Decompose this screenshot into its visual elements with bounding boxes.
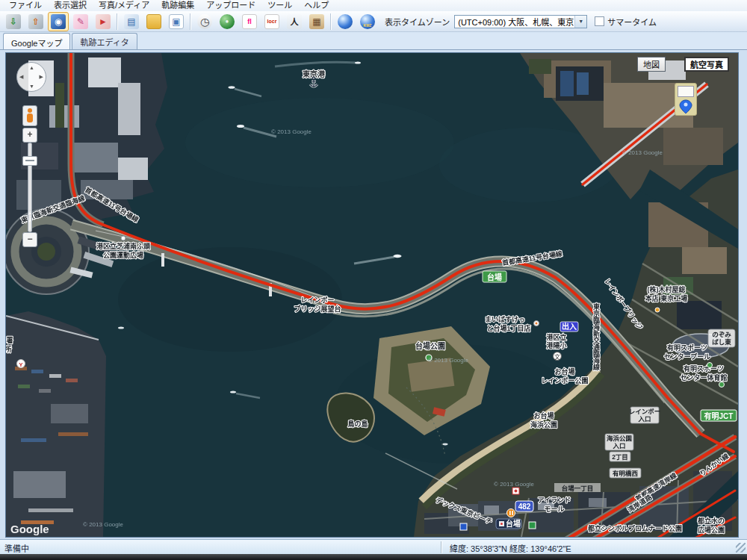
toolbar: ⇩ ⇧ ◉ ✎ ► ▤ ▣ ◷ ● fl locr 人 ▦ KMZ 表示タイムゾ… <box>0 11 747 32</box>
label-ariake-gym-1: 有明スポーツ <box>684 364 724 373</box>
svg-text:Y: Y <box>19 361 23 368</box>
toolbar-button-photo-list[interactable]: ▣ <box>166 12 187 31</box>
svg-text:台場一丁目: 台場一丁目 <box>562 485 594 492</box>
label-odaiba-kaihin-park-1: お台場 <box>533 411 554 420</box>
chevron-down-icon[interactable]: ▼ <box>574 16 586 28</box>
status-bar: 準備中 緯度: 35°38'3"N 経度: 139°46'2"E <box>0 539 747 554</box>
map-type-button-map[interactable]: 地図 <box>637 57 666 72</box>
label-ariake-pool-2: センタープール <box>664 352 710 361</box>
flickr-icon: fl <box>242 14 257 29</box>
toolbar-button-clock-adjust[interactable]: ◷ <box>194 12 215 31</box>
toolbar-button-flickr[interactable]: fl <box>239 12 260 31</box>
zoom-in-button[interactable]: + <box>22 128 37 143</box>
zoom-out-button[interactable]: − <box>22 232 37 247</box>
menu-tools[interactable]: ツール <box>261 0 298 11</box>
label-rainbow-lookout-1: レインボー <box>300 296 334 304</box>
poi-dot-icon <box>121 236 125 240</box>
label-rainbow-lookout-2: ブリッジ展望台 <box>294 305 341 313</box>
summer-time-checkbox[interactable] <box>595 16 604 26</box>
toolbar-button-locr[interactable]: locr <box>261 12 282 31</box>
menu-track-edit[interactable]: 軌跡編集 <box>155 0 200 11</box>
svg-text:482: 482 <box>518 503 531 511</box>
svg-text:出入: 出入 <box>562 322 577 331</box>
park-icon <box>719 382 725 388</box>
nichome-box: 2丁目 <box>610 452 630 461</box>
pan-control[interactable]: ▲ ▼ ◀ ▶ <box>16 62 46 92</box>
summer-time-label: サマータイム <box>607 16 657 28</box>
school-icon: 文 <box>554 352 562 361</box>
google-earth-kmz-icon: KMZ <box>360 14 375 29</box>
label-mizunohiroba-1: 都立水の <box>697 517 725 525</box>
svg-text:© 2013 Google: © 2013 Google <box>428 357 468 364</box>
toolbar-button-export-gps[interactable]: ⇧ <box>25 12 46 31</box>
toolbar-button-google-earth-kmz[interactable]: KMZ <box>357 12 378 31</box>
label-kimuraya-2: 本店 東京工場 <box>645 294 688 302</box>
menu-file[interactable]: ファイル <box>3 0 48 11</box>
map-panel: 東京港 東京臨海新交通臨海線 首都高速11号台場線 港区立芝浦南ふ頭 公園運動広… <box>0 49 747 539</box>
open-photo-folder-icon <box>146 14 161 29</box>
route-482-shield: 482 <box>515 501 533 511</box>
toolbar-button-scan-photos[interactable]: ▤ <box>121 12 142 31</box>
label-koyo-school-2: 港陽小 <box>546 341 566 349</box>
pedestrian-track-icon: 人 <box>287 14 302 29</box>
svg-text:のぞみ: のぞみ <box>712 331 731 338</box>
menu-help[interactable]: ヘルプ <box>298 0 335 11</box>
toolbar-button-open-folder[interactable] <box>143 12 164 31</box>
pan-up-icon[interactable]: ▲ <box>29 65 34 70</box>
export-to-gps-icon: ⇧ <box>28 14 43 29</box>
tab-google-map[interactable]: Googleマップ <box>3 33 70 50</box>
menu-upload[interactable]: アップロード <box>200 0 261 11</box>
label-koyo-school-1: 港区立 <box>546 333 566 341</box>
coordinates-readout: 緯度: 35°38'3"N 経度: 139°46'2"E <box>450 542 571 554</box>
label-odaiba-kaihin-park-2: 海浜公園 <box>530 420 557 429</box>
toolbar-button-import-gps[interactable]: ⇩ <box>3 12 24 31</box>
label-rinkai-line-right: 東京臨海新交通臨海線 <box>592 302 600 371</box>
google-logo: Google <box>10 523 49 535</box>
zoom-slider-handle[interactable] <box>22 156 37 166</box>
post-office-icon <box>512 488 519 494</box>
toolbar-button-track-marker[interactable]: ► <box>93 12 114 31</box>
pegman-control[interactable] <box>22 105 37 126</box>
menu-display-select[interactable]: 表示選択 <box>48 0 93 11</box>
pan-right-icon[interactable]: ▶ <box>40 74 43 79</box>
daiba-station-label: 台場 <box>496 519 521 529</box>
tab-track-editor[interactable]: 軌跡エディタ <box>72 33 137 49</box>
label-kimuraya-1: (株)木村屋総 <box>648 285 686 293</box>
resize-grip[interactable] <box>736 543 746 553</box>
marker-overlay[interactable] <box>675 83 697 116</box>
toolbar-button-edit-track[interactable]: ✎ <box>70 12 91 31</box>
map-canvas[interactable]: 東京港 東京臨海新交通臨海線 首都高速11号台場線 港区立芝浦南ふ頭 公園運動広… <box>5 52 739 538</box>
station-icon <box>460 523 467 530</box>
web-album-icon: ● <box>220 14 235 29</box>
import-from-gps-icon: ⇩ <box>6 14 21 29</box>
photo-list-icon: ▣ <box>169 14 184 29</box>
pan-left-icon[interactable]: ◀ <box>19 74 23 79</box>
toolbar-button-web-album[interactable]: ● <box>217 12 238 31</box>
land-wharf <box>6 311 106 537</box>
toolbar-button-map-display[interactable]: ◉ <box>48 12 69 31</box>
label-ariake-pool-1: 有明スポーツ <box>667 343 707 352</box>
pan-down-icon[interactable]: ▼ <box>29 84 34 89</box>
toolbar-button-google-earth[interactable] <box>335 12 356 31</box>
timezone-combobox[interactable]: (UTC+09:00) 大阪、札幌、東京 ▼ <box>454 15 587 28</box>
menu-photo-media[interactable]: 写真/メディア <box>93 0 155 11</box>
toolbar-button-pedestrian[interactable]: 人 <box>284 12 305 31</box>
svg-text:© 2013 Google: © 2013 Google <box>83 521 123 528</box>
pegman-body <box>27 113 33 122</box>
pegman-icon <box>28 108 32 113</box>
svg-text:台場: 台場 <box>506 519 521 528</box>
map-pin-icon <box>675 84 696 115</box>
label-odaiba-rainbow-park-2: レインボー公園 <box>541 376 588 385</box>
toolbar-button-photo-map[interactable]: ▦ <box>306 12 327 31</box>
svg-text:入口: 入口 <box>637 415 651 423</box>
highway-entrance-sign: 出入 <box>560 322 578 332</box>
map-type-button-satellite[interactable]: 航空写真 <box>684 57 729 72</box>
label-shibaura-park-1: 港区立芝浦南ふ頭 <box>96 242 151 250</box>
svg-text:ばし東: ばし東 <box>712 338 731 346</box>
status-separator <box>441 541 442 553</box>
ariake-jct-sign: 有明JCT <box>701 410 737 421</box>
label-island-mall-2: モール <box>544 505 564 513</box>
svg-text:© 2013 Google: © 2013 Google <box>622 149 663 156</box>
poi-dot-icon <box>655 308 660 312</box>
label-odaiba-rainbow-park-1: お台場 <box>554 367 574 376</box>
